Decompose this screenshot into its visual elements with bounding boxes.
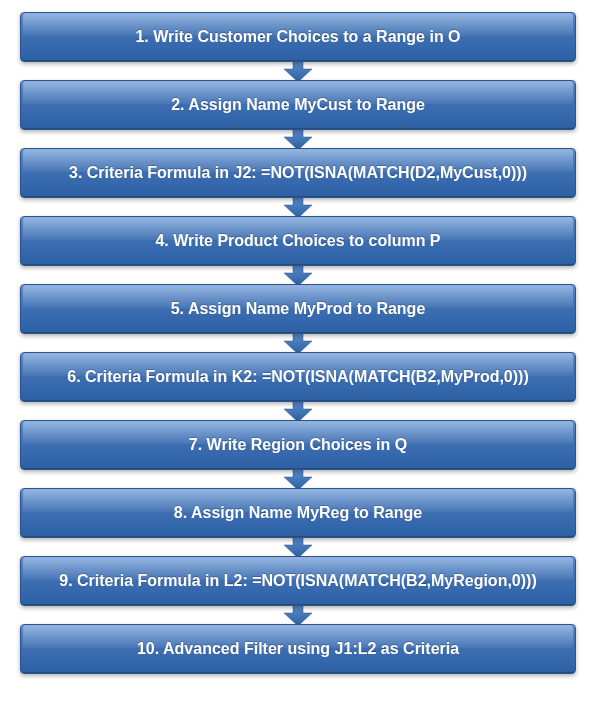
- flow-step-9: 9. Criteria Formula in L2: =NOT(ISNA(MAT…: [20, 556, 576, 606]
- step-label: 1. Write Customer Choices to a Range in …: [135, 28, 460, 46]
- flow-step-3: 3. Criteria Formula in J2: =NOT(ISNA(MAT…: [20, 148, 576, 198]
- flow-step-7: 7. Write Region Choices in Q: [20, 420, 576, 470]
- flow-step-4: 4. Write Product Choices to column P: [20, 216, 576, 266]
- step-label: 8. Assign Name MyReg to Range: [174, 504, 422, 522]
- down-arrow-icon: [284, 400, 312, 422]
- step-label: 10. Advanced Filter using J1:L2 as Crite…: [137, 640, 459, 658]
- step-label: 2. Assign Name MyCust to Range: [171, 96, 425, 114]
- down-arrow-icon: [284, 264, 312, 286]
- down-arrow-icon: [284, 128, 312, 150]
- flow-step-1: 1. Write Customer Choices to a Range in …: [20, 12, 576, 62]
- flow-arrow: [283, 333, 313, 353]
- flow-arrow: [283, 61, 313, 81]
- down-arrow-icon: [284, 332, 312, 354]
- step-label: 7. Write Region Choices in Q: [189, 436, 407, 454]
- down-arrow-icon: [284, 468, 312, 490]
- flow-step-8: 8. Assign Name MyReg to Range: [20, 488, 576, 538]
- flow-arrow: [283, 129, 313, 149]
- step-label: 3. Criteria Formula in J2: =NOT(ISNA(MAT…: [69, 164, 527, 182]
- step-label: 5. Assign Name MyProd to Range: [171, 300, 426, 318]
- down-arrow-icon: [284, 196, 312, 218]
- flow-arrow: [283, 605, 313, 625]
- flow-arrow: [283, 401, 313, 421]
- down-arrow-icon: [284, 604, 312, 626]
- down-arrow-icon: [284, 60, 312, 82]
- flow-step-6: 6. Criteria Formula in K2: =NOT(ISNA(MAT…: [20, 352, 576, 402]
- flow-step-5: 5. Assign Name MyProd to Range: [20, 284, 576, 334]
- step-label: 4. Write Product Choices to column P: [155, 232, 440, 250]
- flow-step-10: 10. Advanced Filter using J1:L2 as Crite…: [20, 624, 576, 674]
- flow-arrow: [283, 469, 313, 489]
- flow-arrow: [283, 265, 313, 285]
- flow-arrow: [283, 197, 313, 217]
- step-label: 9. Criteria Formula in L2: =NOT(ISNA(MAT…: [59, 572, 537, 590]
- flow-arrow: [283, 537, 313, 557]
- step-label: 6. Criteria Formula in K2: =NOT(ISNA(MAT…: [67, 368, 529, 386]
- down-arrow-icon: [284, 536, 312, 558]
- flow-step-2: 2. Assign Name MyCust to Range: [20, 80, 576, 130]
